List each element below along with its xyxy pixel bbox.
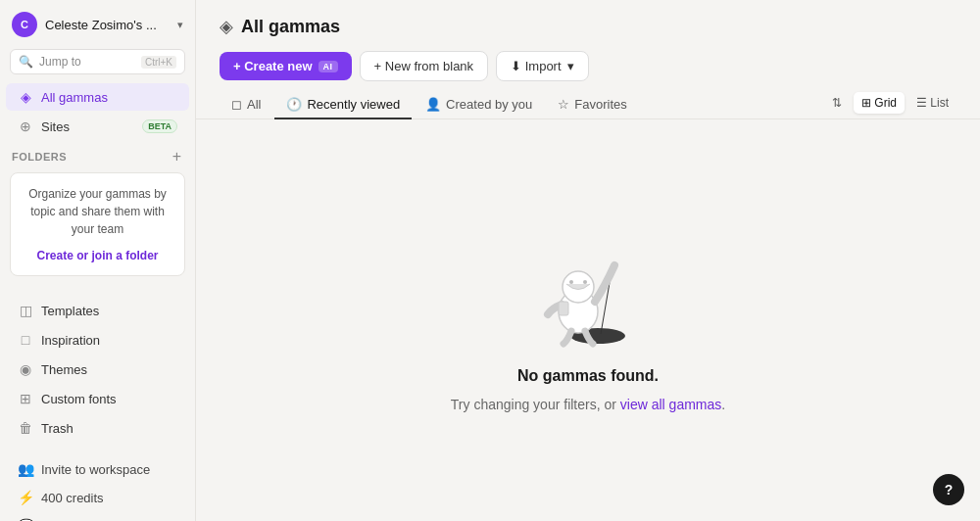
sidebar-item-inspiration[interactable]: □ Inspiration [6, 326, 189, 354]
grid-icon: ◈ [18, 89, 33, 105]
sidebar: C Celeste Zosimo's ... ▾ 🔍 Jump to Ctrl+… [0, 0, 196, 521]
content-area: No gammas found. Try changing your filte… [196, 119, 980, 521]
page-title-icon: ◈ [220, 16, 233, 37]
tab-all[interactable]: ◻ All [220, 91, 272, 119]
tab-favorites[interactable]: ☆ Favorites [546, 91, 638, 119]
sort-icon: ⇅ [832, 96, 842, 110]
clock-icon: 🕐 [286, 97, 302, 112]
empty-subtitle-before: Try changing your filters, or [451, 397, 620, 412]
search-shortcut: Ctrl+K [141, 56, 176, 69]
star-icon: ☆ [558, 97, 569, 112]
empty-illustration [524, 228, 652, 355]
tab-label: Recently viewed [307, 97, 400, 112]
empty-subtitle: Try changing your filters, or view all g… [451, 397, 725, 412]
sort-button[interactable]: ⇅ [824, 92, 850, 114]
new-from-blank-button[interactable]: + New from blank [360, 51, 489, 81]
sidebar-item-label: 400 credits [41, 491, 104, 505]
view-controls: ⇅ ⊞ Grid ☰ List [824, 92, 956, 118]
search-icon: 🔍 [19, 55, 33, 69]
tab-label: All [247, 97, 261, 112]
sidebar-item-trash[interactable]: 🗑 Trash [6, 414, 189, 442]
page-title-row: ◈ All gammas [220, 16, 956, 37]
list-view-button[interactable]: ☰ List [908, 92, 956, 114]
sidebar-item-credits[interactable]: ⚡ 400 credits [6, 484, 189, 511]
bottom-nav: 👥 Invite to workspace ⚡ 400 credits 💬 Co… [0, 454, 195, 521]
beta-badge: BETA [142, 119, 177, 133]
grid-view-label: ⊞ Grid [861, 96, 897, 110]
sidebar-item-invite[interactable]: 👥 Invite to workspace [6, 455, 189, 483]
svg-rect-4 [559, 302, 568, 315]
sidebar-item-custom-fonts[interactable]: ⊞ Custom fonts [6, 385, 189, 412]
empty-title: No gammas found. [517, 367, 659, 385]
trash-icon: 🗑 [18, 420, 33, 436]
tab-label: Favorites [574, 97, 626, 112]
filter-tabs: ◻ All 🕐 Recently viewed 👤 Created by you… [196, 81, 980, 119]
workspace-header[interactable]: C Celeste Zosimo's ... ▾ [0, 0, 195, 47]
avatar: C [12, 12, 37, 37]
import-button[interactable]: ⬇ Import ▾ [496, 51, 588, 81]
inspiration-icon: □ [18, 332, 33, 348]
sidebar-item-label: All gammas [41, 90, 108, 105]
folder-promo-text: Organize your gammas by topic and share … [23, 185, 172, 238]
sidebar-item-label: Custom fonts [41, 392, 117, 406]
search-placeholder: Jump to [39, 55, 135, 69]
sidebar-item-label: Trash [41, 421, 74, 436]
ai-badge: AI [318, 61, 338, 72]
sidebar-item-label: Invite to workspace [41, 462, 150, 477]
tab-label: Created by you [446, 97, 532, 112]
help-button[interactable]: ? [933, 474, 964, 505]
create-new-label: + Create new [233, 59, 313, 73]
svg-point-6 [583, 280, 587, 284]
user-icon: 👤 [425, 97, 441, 112]
template-icon: ◫ [18, 303, 33, 318]
folders-label: Folders [12, 151, 67, 163]
sidebar-item-label: Sites [41, 119, 70, 134]
custom-fonts-icon: ⊞ [18, 391, 33, 406]
sidebar-item-themes[interactable]: ◉ Themes [6, 355, 189, 383]
invite-icon: 👥 [18, 461, 33, 477]
list-view-label: ☰ List [916, 96, 949, 110]
import-chevron: ▾ [567, 59, 574, 73]
grid-view-button[interactable]: ⊞ Grid [854, 92, 905, 114]
all-icon: ◻ [231, 97, 242, 112]
svg-point-5 [569, 280, 573, 284]
toolbar: + Create new AI + New from blank ⬇ Impor… [220, 51, 956, 81]
sidebar-item-sites[interactable]: ⊕ Sites BETA [6, 113, 189, 140]
folder-promo: Organize your gammas by topic and share … [10, 172, 185, 276]
main-header: ◈ All gammas + Create new AI + New from … [196, 0, 980, 81]
sidebar-item-label: Inspiration [41, 333, 100, 348]
page-title: All gammas [241, 17, 340, 37]
workspace-name: Celeste Zosimo's ... [45, 18, 170, 32]
sidebar-item-all-gammas[interactable]: ◈ All gammas [6, 83, 189, 111]
chevron-down-icon: ▾ [177, 19, 183, 31]
sidebar-item-templates[interactable]: ◫ Templates [6, 297, 189, 324]
add-folder-button[interactable]: + [171, 149, 183, 165]
tab-recently-viewed[interactable]: 🕐 Recently viewed [274, 91, 412, 119]
create-new-button[interactable]: + Create new AI [220, 52, 352, 80]
create-folder-link[interactable]: Create or join a folder [36, 249, 158, 262]
folders-section: Folders + [0, 141, 195, 168]
tab-created-by-you[interactable]: 👤 Created by you [414, 91, 544, 119]
main-content: ◈ All gammas + Create new AI + New from … [196, 0, 980, 521]
import-label: ⬇ Import [511, 59, 561, 73]
sidebar-item-contact[interactable]: 💬 Contact support [6, 512, 189, 521]
credits-icon: ⚡ [18, 490, 33, 505]
view-all-gammas-link[interactable]: view all gammas [620, 397, 721, 412]
sidebar-item-label: Themes [41, 362, 87, 377]
empty-subtitle-after: . [721, 397, 725, 412]
globe-icon: ⊕ [18, 118, 33, 134]
sidebar-item-label: Templates [41, 304, 99, 318]
themes-icon: ◉ [18, 361, 33, 377]
search-box[interactable]: 🔍 Jump to Ctrl+K [10, 49, 185, 74]
new-blank-label: + New from blank [374, 59, 474, 73]
